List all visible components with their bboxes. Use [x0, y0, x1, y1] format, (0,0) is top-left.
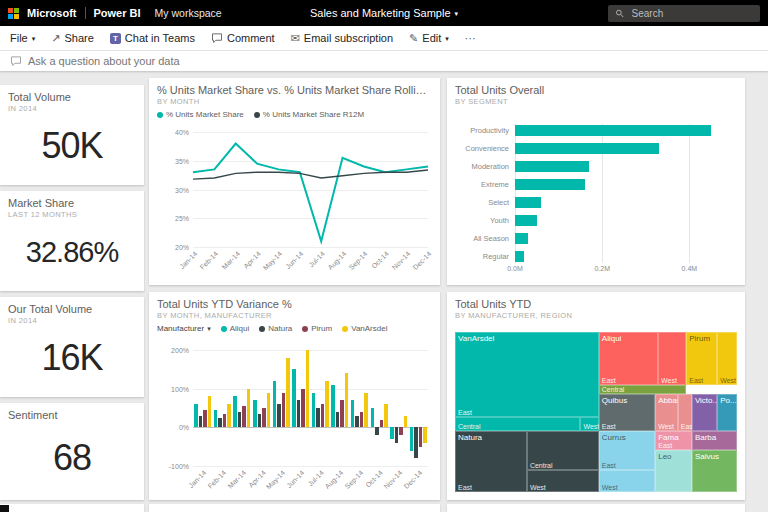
bar-aliqui[interactable] — [390, 427, 394, 439]
bar-aliqui[interactable] — [194, 404, 198, 427]
treemap-cell-salvus[interactable]: Salvus — [692, 450, 737, 492]
bar-pirum[interactable] — [380, 420, 384, 428]
workspace-link[interactable]: My workspace — [155, 7, 222, 19]
tile-ytd-variance-chart[interactable]: Total Units YTD Variance % BY MONTH, MAN… — [149, 292, 440, 500]
treemap-cell-east[interactable]: East — [678, 394, 692, 431]
bar-vanarsdel[interactable] — [345, 373, 349, 427]
bar-aliqui[interactable] — [410, 427, 414, 450]
bar-pirum[interactable] — [223, 414, 227, 428]
bar-aliqui[interactable] — [351, 400, 355, 427]
bar-natura[interactable] — [316, 408, 320, 427]
chat-in-teams-button[interactable]: T Chat in Teams — [110, 32, 195, 44]
bar-pirum[interactable] — [340, 400, 344, 427]
search-input[interactable] — [630, 7, 753, 20]
bar-pirum[interactable] — [262, 408, 266, 427]
bar-natura[interactable] — [336, 412, 340, 427]
treemap-cell-barba[interactable]: Barba — [692, 431, 737, 450]
bar-pirum[interactable] — [399, 427, 403, 435]
tile-total-units-overall[interactable]: Total Units Overall BY SEGMENT 0.0M0.2M0… — [447, 78, 745, 285]
treemap-cell-quibus[interactable]: QuibusEast — [599, 394, 655, 431]
powerbi-home-link[interactable]: Power BI — [94, 7, 141, 19]
bar-natura[interactable] — [258, 414, 262, 428]
tile-market-share[interactable]: Market Share LAST 12 MONTHS 32.86% — [0, 191, 144, 291]
bar-youth[interactable] — [515, 215, 537, 226]
bar-aliqui[interactable] — [312, 393, 316, 428]
treemap-cell-vanarsdel[interactable]: VanArsdelEast — [455, 332, 599, 417]
bar-natura[interactable] — [414, 427, 418, 458]
bar-natura[interactable] — [277, 404, 281, 427]
bar-pirum[interactable] — [321, 404, 325, 427]
bar-vanarsdel[interactable] — [267, 393, 271, 428]
bar-vanarsdel[interactable] — [247, 389, 251, 428]
bar-aliqui[interactable] — [253, 400, 257, 427]
treemap-cell-central[interactable]: Central — [599, 385, 686, 395]
bar-vanarsdel[interactable] — [384, 404, 388, 427]
bar-natura[interactable] — [395, 427, 399, 442]
treemap-cell-west[interactable]: West — [658, 332, 686, 385]
treemap-cell-leo[interactable]: Leo — [655, 450, 692, 492]
treemap-cell-west[interactable]: West — [717, 332, 737, 385]
bar-vanarsdel[interactable] — [325, 381, 329, 427]
bar-pirum[interactable] — [282, 393, 286, 428]
bar-natura[interactable] — [375, 427, 379, 435]
share-button[interactable]: ↗ Share — [51, 32, 94, 44]
bar-aliqui[interactable] — [233, 396, 237, 427]
bar-vanarsdel[interactable] — [404, 416, 408, 428]
treemap-cell-west[interactable]: West — [527, 470, 599, 492]
edit-button[interactable]: ✎ Edit ▾ — [409, 32, 449, 44]
bar-pirum[interactable] — [203, 410, 207, 427]
bar-vanarsdel[interactable] — [423, 427, 427, 442]
legend-field-dropdown[interactable]: Manufacturer ▾ — [157, 324, 211, 333]
email-subscription-button[interactable]: ✉ Email subscription — [291, 32, 393, 44]
bar-vanarsdel[interactable] — [306, 350, 310, 427]
bar-natura[interactable] — [355, 416, 359, 428]
bar-aliqui[interactable] — [214, 410, 218, 427]
bar-moderation[interactable] — [515, 161, 589, 172]
tile-total-volume[interactable]: Total Volume IN 2014 50K — [0, 85, 144, 185]
bar-natura[interactable] — [238, 412, 242, 427]
bar-pirum[interactable] — [301, 389, 305, 428]
treemap-cell-central[interactable]: Central — [455, 417, 580, 431]
more-options-button[interactable]: ⋯ — [465, 33, 476, 44]
bar-aliqui[interactable] — [331, 385, 335, 428]
treemap-cell-fama[interactable]: FamaEast — [655, 431, 692, 450]
bar-productivity[interactable] — [515, 125, 711, 136]
bar-pirum[interactable] — [419, 427, 423, 446]
dashboard-title-dropdown[interactable]: Sales and Marketing Sample ▾ — [310, 0, 458, 26]
bar-natura[interactable] — [218, 418, 222, 428]
bar-regular[interactable] — [515, 251, 524, 262]
bar-vanarsdel[interactable] — [208, 396, 212, 427]
bar-aliqui[interactable] — [371, 408, 375, 427]
bar-pirum[interactable] — [360, 412, 364, 427]
treemap-cell-po[interactable]: Po... — [717, 394, 737, 431]
tile-our-total-volume[interactable]: Our Total Volume IN 2014 16K — [0, 297, 144, 397]
line-series-units-market-share[interactable] — [193, 144, 428, 242]
treemap-cell-pirum[interactable]: PirumEast — [686, 332, 717, 385]
bar-extreme[interactable] — [515, 179, 585, 190]
treemap-cell-abbas[interactable]: AbbasWest — [655, 394, 678, 431]
bar-natura[interactable] — [297, 400, 301, 427]
bar-natura[interactable] — [199, 416, 203, 428]
bar-vanarsdel[interactable] — [227, 404, 231, 427]
tile-total-units-ytd-treemap[interactable]: Total Units YTD BY MANUFACTURER, REGION … — [447, 292, 745, 500]
treemap-cell-aliqui[interactable]: AliquiEast — [599, 332, 658, 385]
bar-pirum[interactable] — [242, 406, 246, 427]
bar-vanarsdel[interactable] — [364, 393, 368, 428]
tile-market-share-line-chart[interactable]: % Units Market Share vs. % Units Market … — [149, 78, 440, 285]
tile-sentiment[interactable]: Sentiment 68 — [0, 403, 144, 500]
qna-bar[interactable]: Ask a question about your data — [0, 50, 768, 71]
file-menu-button[interactable]: File ▾ — [10, 32, 35, 44]
treemap-cell-central[interactable]: Central — [527, 431, 599, 469]
bar-select[interactable] — [515, 197, 541, 208]
treemap-cell-currus[interactable]: CurrusEast — [599, 431, 655, 469]
bar-convenience[interactable] — [515, 143, 659, 154]
treemap-cell-victo[interactable]: Victo... — [692, 394, 717, 431]
treemap-cell-natura[interactable]: NaturaEast — [455, 431, 527, 492]
search-box[interactable] — [608, 5, 760, 22]
bar-vanarsdel[interactable] — [286, 358, 290, 428]
treemap-cell-west[interactable]: West — [580, 417, 598, 431]
bar-all-season[interactable] — [515, 233, 528, 244]
treemap-cell-west[interactable]: West — [599, 470, 655, 492]
bar-aliqui[interactable] — [292, 369, 296, 427]
bar-aliqui[interactable] — [273, 381, 277, 427]
